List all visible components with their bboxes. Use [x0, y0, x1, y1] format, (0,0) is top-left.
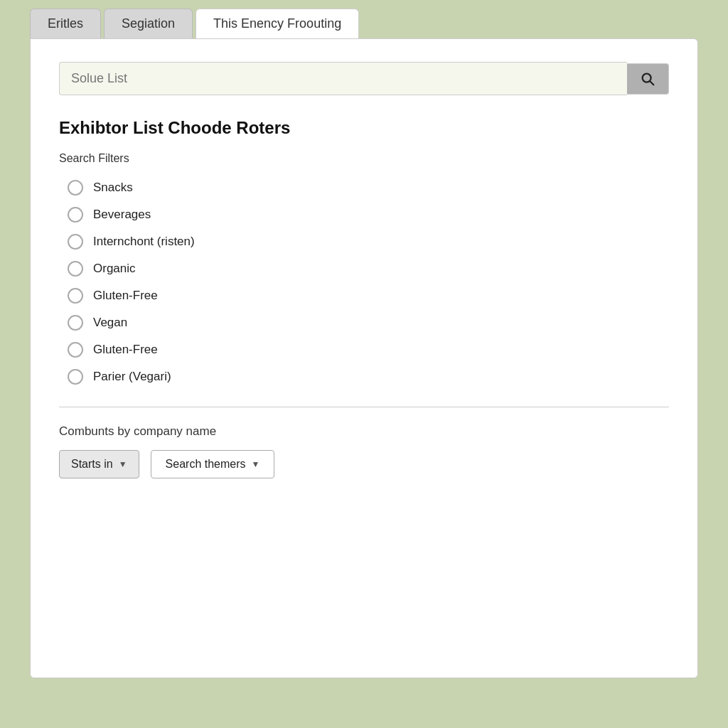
radio-gluten-free-2[interactable]: [68, 342, 83, 358]
main-panel: Exhibtor List Choode Roters Search Filte…: [30, 38, 698, 678]
tab-eritles[interactable]: Eritles: [30, 9, 101, 38]
filter-item-parier: Parier (Vegari): [68, 364, 669, 390]
search-icon: [640, 71, 655, 87]
tab-bar: Eritles Segiation This Enency Froouting: [30, 0, 698, 38]
filter-item-gluten-free-1: Gluten-Free: [68, 283, 669, 309]
filter-item-internchont: Internchont (risten): [68, 229, 669, 255]
section-title: Exhibtor List Choode Roters: [59, 118, 669, 138]
dropdown-row: Starts in ▼ Search themers ▼: [59, 450, 669, 478]
chevron-down-icon: ▼: [119, 459, 127, 469]
filter-item-organic: Organic: [68, 256, 669, 282]
svg-line-1: [650, 81, 653, 85]
search-button[interactable]: [627, 63, 669, 95]
divider: [59, 407, 669, 407]
filters-label: Search Filters: [59, 152, 669, 165]
radio-beverages[interactable]: [68, 207, 83, 223]
tab-segiation[interactable]: Segiation: [104, 9, 193, 38]
chevron-down-icon-2: ▼: [252, 459, 260, 469]
search-themers-dropdown[interactable]: Search themers ▼: [151, 450, 275, 478]
starts-in-dropdown[interactable]: Starts in ▼: [59, 450, 139, 478]
radio-vegan[interactable]: [68, 315, 83, 331]
filter-item-beverages: Beverages: [68, 202, 669, 228]
filter-item-gluten-free-2: Gluten-Free: [68, 337, 669, 363]
tab-this-enency-froouting[interactable]: This Enency Froouting: [196, 9, 359, 38]
filter-item-snacks: Snacks: [68, 175, 669, 200]
radio-internchont[interactable]: [68, 234, 83, 250]
search-input[interactable]: [59, 62, 627, 95]
filter-list: Snacks Beverages Internchont (risten) Or…: [68, 175, 669, 390]
radio-snacks[interactable]: [68, 180, 83, 196]
combunts-label: Combunts by company name: [59, 424, 669, 439]
filter-item-vegan: Vegan: [68, 310, 669, 336]
search-bar: [59, 62, 669, 95]
radio-organic[interactable]: [68, 261, 83, 277]
radio-parier[interactable]: [68, 369, 83, 385]
radio-gluten-free-1[interactable]: [68, 288, 83, 304]
